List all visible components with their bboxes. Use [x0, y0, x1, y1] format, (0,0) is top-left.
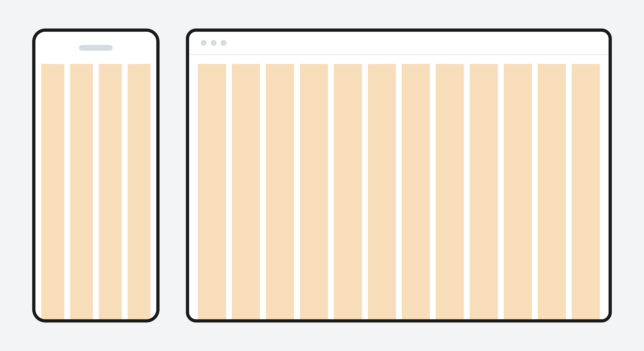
window-control-dot-icon [211, 40, 216, 46]
grid-column [300, 64, 328, 319]
grid-column [402, 64, 430, 319]
mobile-grid-container [36, 64, 156, 319]
grid-column [572, 64, 600, 319]
desktop-browser-frame [186, 28, 612, 323]
browser-chrome-bar [189, 32, 608, 55]
grid-column [538, 64, 566, 319]
grid-column [436, 64, 464, 319]
grid-column [70, 64, 93, 319]
phone-status-bar [36, 32, 156, 64]
speaker-pill-icon [79, 45, 113, 51]
grid-column [368, 64, 396, 319]
grid-column [41, 64, 64, 319]
grid-column [266, 64, 294, 319]
grid-column [470, 64, 498, 319]
window-control-dot-icon [201, 40, 207, 46]
desktop-grid-container [189, 55, 608, 319]
window-controls-group [201, 40, 226, 46]
grid-column [128, 64, 150, 319]
mobile-device-frame [32, 28, 160, 323]
grid-column [198, 64, 226, 319]
grid-column [334, 64, 362, 319]
grid-column [232, 64, 260, 319]
grid-column [504, 64, 532, 319]
grid-column [99, 64, 122, 319]
window-control-dot-icon [221, 40, 226, 46]
